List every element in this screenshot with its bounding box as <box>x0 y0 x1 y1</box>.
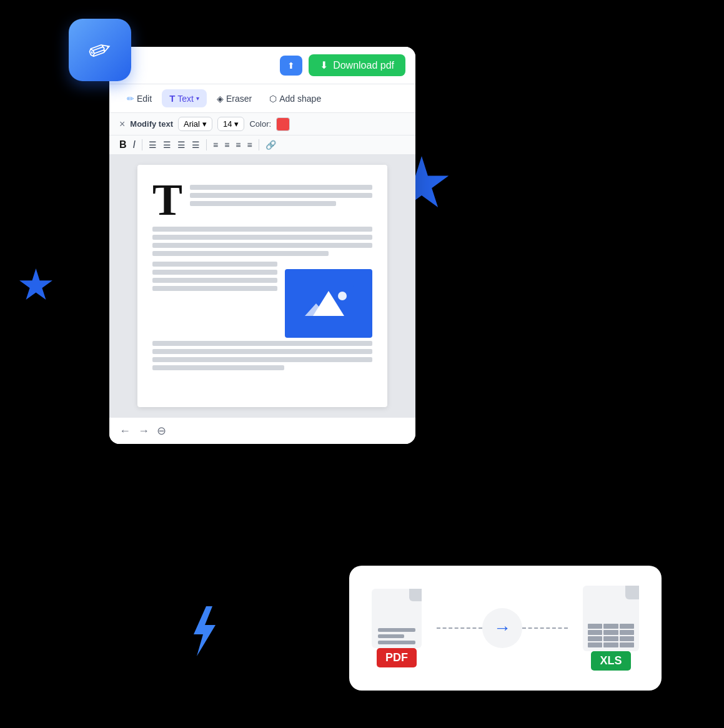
document-page: T <box>137 165 387 407</box>
arrow-circle: → <box>482 608 522 648</box>
svg-marker-0 <box>194 606 216 656</box>
editor-card: ⬆ ⬇ Download pdf ✏ Edit T Text ▾ ◈ Erase… <box>109 47 415 444</box>
conversion-arrow: → <box>493 618 511 638</box>
xls-cell-3 <box>620 624 634 629</box>
pencil-icon: ✏ <box>84 31 116 69</box>
xls-file-icon: XLS <box>583 586 639 671</box>
xls-cell-12 <box>620 642 634 647</box>
align-center-button[interactable]: ☰ <box>163 140 171 150</box>
separator-3 <box>259 139 259 150</box>
xls-cell-1 <box>588 624 602 629</box>
xls-cell-4 <box>588 630 602 635</box>
xls-cell-10 <box>588 642 602 647</box>
upload-button[interactable]: ⬆ <box>280 56 302 76</box>
doc-line-14 <box>152 357 372 362</box>
doc-line-4 <box>152 227 372 232</box>
text-line-3 <box>190 201 336 206</box>
bold-button[interactable]: B <box>119 139 127 150</box>
toolbar-top: ⬆ ⬇ Download pdf <box>109 47 415 84</box>
doc-line-12 <box>152 341 372 346</box>
dashed-line-left <box>437 627 482 629</box>
pdf-doc-lines <box>372 624 422 648</box>
xls-grid <box>583 619 639 651</box>
doc-line-10 <box>152 278 277 283</box>
font-size-select[interactable]: 14 ▾ <box>217 117 244 131</box>
font-size-chevron: ▾ <box>234 119 239 129</box>
align-left-button[interactable]: ☰ <box>149 140 157 150</box>
separator-1 <box>142 139 142 150</box>
xls-cell-7 <box>588 636 602 641</box>
list-ordered-button[interactable]: ≡ <box>224 140 229 150</box>
doc-line-11 <box>152 286 277 291</box>
document-image-placeholder <box>285 269 372 338</box>
download-icon: ⬇ <box>320 59 328 71</box>
color-picker-button[interactable] <box>276 117 290 131</box>
xls-cell-6 <box>620 630 634 635</box>
xls-badge: XLS <box>591 651 630 671</box>
toolbar-format: × Modify text Arial ▾ 14 ▾ Color: <box>109 113 415 135</box>
eraser-icon: ◈ <box>217 94 224 104</box>
indent-button[interactable]: ≡ <box>236 140 241 150</box>
download-pdf-button[interactable]: ⬇ Download pdf <box>309 54 405 76</box>
zoom-out-button[interactable]: ⊖ <box>157 424 166 438</box>
text-line-2 <box>190 193 372 198</box>
xls-cell-8 <box>603 636 618 641</box>
toolbar-bottom: ← → ⊖ <box>109 417 415 444</box>
forward-button[interactable]: → <box>138 425 149 438</box>
align-justify-button[interactable]: ☰ <box>192 140 200 150</box>
separator-2 <box>206 139 207 150</box>
eraser-tool-button[interactable]: ◈ Eraser <box>209 90 259 107</box>
doc-line-7 <box>152 251 329 256</box>
format-close-button[interactable]: × <box>119 119 125 130</box>
align-right-button[interactable]: ☰ <box>177 140 186 150</box>
document-text-lines <box>152 227 372 370</box>
download-pdf-label: Download pdf <box>333 60 394 71</box>
back-button[interactable]: ← <box>119 425 131 438</box>
pdf-doc-line-3 <box>378 641 415 644</box>
xls-cell-5 <box>603 630 618 635</box>
upload-icon: ⬆ <box>287 61 295 71</box>
add-shape-icon: ⬡ <box>269 94 277 104</box>
pdf-file-doc <box>372 589 422 648</box>
add-shape-tool-label: Add shape <box>279 94 321 104</box>
star-decoration-small <box>19 268 53 303</box>
pdf-file-icon: PDF <box>372 589 422 667</box>
doc-line-9 <box>152 270 277 275</box>
text-tool-label: Text <box>177 94 194 104</box>
doc-line-15 <box>152 365 284 370</box>
conversion-card: PDF → XLS <box>349 566 662 691</box>
font-family-value: Arial <box>184 119 200 129</box>
pdf-badge: PDF <box>377 648 417 667</box>
text-line-1 <box>190 185 372 190</box>
modify-text-label: Modify text <box>130 119 173 129</box>
font-family-chevron: ▾ <box>202 119 207 129</box>
link-button[interactable]: 🔗 <box>265 140 276 150</box>
xls-cell-9 <box>620 636 634 641</box>
edit-pencil-icon: ✏ <box>127 94 134 104</box>
edit-tool-button[interactable]: ✏ Edit <box>119 90 159 107</box>
font-family-select[interactable]: Arial ▾ <box>178 117 212 131</box>
outdent-button[interactable]: ≡ <box>247 140 252 150</box>
pdf-doc-line-1 <box>378 628 415 632</box>
doc-line-13 <box>152 349 372 354</box>
mountain-svg <box>304 285 354 322</box>
list-unordered-button[interactable]: ≡ <box>213 140 218 150</box>
doc-line-5 <box>152 235 372 240</box>
drop-cap-T: T <box>152 180 182 220</box>
doc-line-8 <box>152 262 277 267</box>
pdf-doc-line-2 <box>378 634 404 638</box>
xls-cell-2 <box>603 624 618 629</box>
conversion-flow: → <box>437 608 568 648</box>
doc-line-6 <box>152 243 372 248</box>
xls-file-doc <box>583 586 639 651</box>
toolbar-text-format: B I ☰ ☰ ☰ ☰ ≡ ≡ ≡ ≡ 🔗 <box>109 135 415 155</box>
dashed-line-right <box>522 627 568 629</box>
text-tool-button[interactable]: T Text ▾ <box>162 89 207 107</box>
eraser-tool-label: Eraser <box>226 94 252 104</box>
add-shape-tool-button[interactable]: ⬡ Add shape <box>262 90 329 107</box>
lightning-decoration <box>187 606 219 656</box>
document-area: T <box>109 155 415 417</box>
italic-button[interactable]: I <box>133 139 136 150</box>
edit-tool-label: Edit <box>137 94 152 104</box>
app-icon: ✏ <box>69 19 131 81</box>
